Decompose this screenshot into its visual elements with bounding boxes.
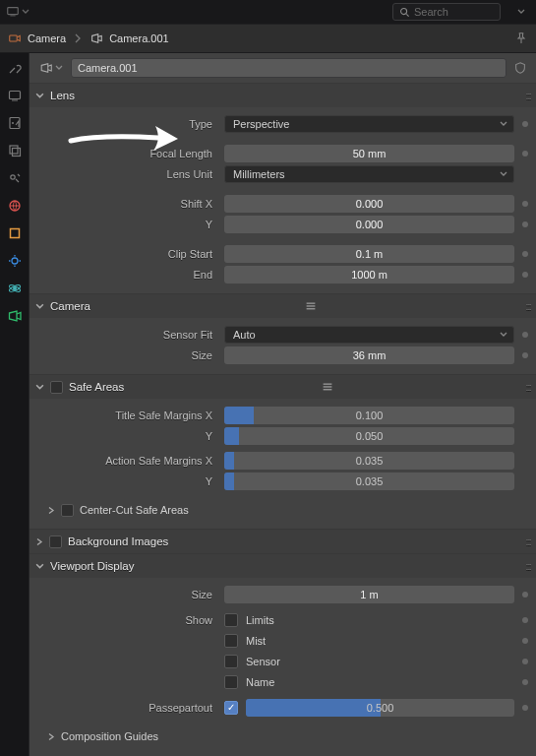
search-box[interactable] bbox=[392, 3, 501, 21]
drag-grip-icon[interactable]: :::: bbox=[525, 381, 530, 393]
center-cut-enable-checkbox[interactable] bbox=[61, 504, 74, 517]
search-icon bbox=[399, 7, 410, 18]
clip-start-field[interactable]: 0.1 m bbox=[224, 245, 514, 263]
composition-guides-label: Composition Guides bbox=[61, 730, 158, 742]
svg-point-7 bbox=[12, 122, 14, 124]
tab-render[interactable] bbox=[6, 87, 24, 104]
show-sensor-checkbox[interactable] bbox=[224, 655, 238, 668]
show-limits-checkbox[interactable] bbox=[224, 613, 238, 627]
keyframe-dot[interactable] bbox=[522, 272, 528, 278]
keyframe-dot[interactable] bbox=[522, 332, 528, 338]
tab-output[interactable] bbox=[6, 114, 24, 132]
subpanel-composition-guides[interactable]: Composition Guides bbox=[30, 725, 536, 747]
breadcrumb-row: Camera Camera.001 bbox=[0, 24, 536, 53]
action-safe-x-field[interactable]: 0.035 bbox=[224, 452, 514, 470]
shift-x-label: Shift X bbox=[35, 198, 220, 210]
passepartout-checkbox[interactable] bbox=[224, 701, 238, 715]
editor-type-menu[interactable] bbox=[6, 5, 30, 19]
show-name-label: Name bbox=[242, 673, 514, 691]
center-cut-label: Center-Cut Safe Areas bbox=[80, 504, 189, 516]
focal-length-label: Focal Length bbox=[35, 148, 220, 159]
panel-bg-header[interactable]: Background Images :::: bbox=[30, 530, 536, 553]
svg-rect-16 bbox=[307, 303, 316, 304]
keyframe-dot[interactable] bbox=[522, 592, 528, 598]
body: Camera.001 Lens :::: Type Perspectiv bbox=[0, 53, 536, 756]
tab-viewlayer[interactable] bbox=[6, 142, 24, 159]
lens-unit-value: Millimeters bbox=[233, 168, 285, 180]
passepartout-field[interactable]: 0.500 bbox=[246, 699, 514, 717]
focal-length-field[interactable]: 50 mm bbox=[224, 145, 514, 162]
svg-rect-20 bbox=[324, 386, 332, 387]
panel-viewport-display: Viewport Display :::: Size 1 m Show Limi… bbox=[30, 553, 536, 755]
safe-areas-enable-checkbox[interactable] bbox=[50, 381, 63, 394]
breadcrumb-data[interactable]: Camera.001 bbox=[89, 32, 169, 45]
lens-unit-dropdown[interactable]: Millimeters bbox=[224, 165, 514, 183]
sensor-size-field[interactable]: 36 mm bbox=[224, 346, 514, 364]
drag-grip-icon[interactable]: :::: bbox=[525, 300, 530, 312]
tab-tool[interactable] bbox=[6, 59, 24, 77]
show-label: Show bbox=[35, 614, 220, 626]
tab-world[interactable] bbox=[6, 197, 24, 215]
svg-rect-4 bbox=[9, 92, 20, 99]
keyframe-dot[interactable] bbox=[522, 679, 528, 685]
panel-camera-header[interactable]: Camera :::: bbox=[30, 294, 536, 318]
chevron-down-icon bbox=[35, 383, 44, 392]
keyframe-dot[interactable] bbox=[522, 201, 528, 207]
sensor-size-label: Size bbox=[35, 349, 220, 361]
presets-icon[interactable] bbox=[304, 299, 318, 313]
keyframe-dot[interactable] bbox=[522, 221, 528, 227]
spacer bbox=[522, 412, 528, 418]
panel-safe-header[interactable]: Safe Areas :::: bbox=[30, 375, 536, 399]
sensor-fit-dropdown[interactable]: Auto bbox=[224, 326, 514, 344]
keyframe-dot[interactable] bbox=[522, 352, 528, 358]
presets-icon[interactable] bbox=[321, 380, 334, 394]
clip-end-field[interactable]: 1000 m bbox=[224, 266, 514, 284]
tab-constraints[interactable] bbox=[6, 252, 24, 270]
datablock-row: Camera.001 bbox=[30, 53, 536, 83]
keyframe-dot[interactable] bbox=[522, 121, 528, 127]
keyframe-dot[interactable] bbox=[522, 151, 528, 157]
keyframe-dot[interactable] bbox=[522, 638, 528, 644]
breadcrumb-object-label: Camera bbox=[28, 32, 66, 44]
subpanel-center-cut[interactable]: Center-Cut Safe Areas bbox=[30, 499, 536, 521]
keyframe-dot[interactable] bbox=[522, 617, 528, 623]
keyframe-dot[interactable] bbox=[522, 251, 528, 257]
drag-grip-icon[interactable]: :::: bbox=[525, 560, 530, 572]
title-safe-x-field[interactable]: 0.100 bbox=[224, 407, 514, 424]
chevron-down-icon bbox=[500, 331, 507, 339]
title-safe-y-field[interactable]: 0.050 bbox=[224, 427, 514, 445]
bg-enable-checkbox[interactable] bbox=[49, 536, 62, 548]
viewport-size-field[interactable]: 1 m bbox=[224, 586, 514, 603]
type-dropdown[interactable]: Perspective bbox=[224, 115, 514, 133]
action-safe-y-field[interactable]: 0.035 bbox=[224, 472, 514, 490]
tab-object[interactable] bbox=[6, 224, 24, 242]
datablock-type[interactable] bbox=[35, 61, 67, 75]
datablock-name-field[interactable]: Camera.001 bbox=[71, 58, 506, 78]
panel-bg-title: Background Images bbox=[68, 536, 168, 547]
show-mist-checkbox[interactable] bbox=[224, 634, 238, 648]
keyframe-dot[interactable] bbox=[522, 659, 528, 664]
keyframe-dot[interactable] bbox=[522, 705, 528, 711]
shift-y-field[interactable]: 0.000 bbox=[224, 216, 514, 233]
filter-dropdown[interactable] bbox=[512, 3, 530, 21]
breadcrumb-object[interactable]: Camera bbox=[8, 32, 66, 45]
tab-scene[interactable] bbox=[6, 169, 24, 187]
panel-viewport-header[interactable]: Viewport Display :::: bbox=[30, 554, 536, 578]
pin-icon[interactable] bbox=[514, 32, 528, 45]
tab-physics[interactable] bbox=[6, 280, 24, 297]
lens-unit-label: Lens Unit bbox=[35, 168, 220, 180]
show-name-checkbox[interactable] bbox=[224, 675, 238, 689]
chevron-down-icon bbox=[500, 120, 507, 128]
panel-lens-header[interactable]: Lens :::: bbox=[30, 84, 536, 107]
panel-lens: Lens :::: Type Perspective Focal Length bbox=[30, 83, 536, 293]
tab-data-camera[interactable] bbox=[6, 307, 24, 325]
sensor-fit-label: Sensor Fit bbox=[35, 329, 220, 341]
display-icon bbox=[6, 5, 20, 19]
drag-grip-icon[interactable]: :::: bbox=[525, 90, 530, 101]
passepartout-value: 0.500 bbox=[367, 702, 394, 714]
breadcrumb-data-label: Camera.001 bbox=[109, 32, 169, 44]
shift-x-field[interactable]: 0.000 bbox=[224, 195, 514, 213]
fake-user-toggle[interactable] bbox=[510, 58, 530, 78]
search-input[interactable] bbox=[414, 6, 494, 18]
drag-grip-icon[interactable]: :::: bbox=[525, 536, 530, 547]
